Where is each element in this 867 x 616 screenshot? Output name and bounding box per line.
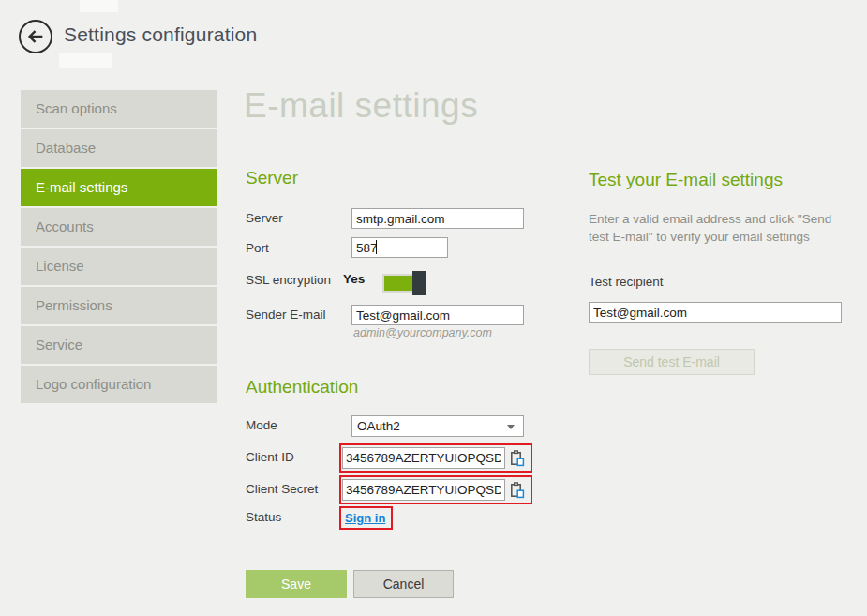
- server-section-heading: Server: [246, 168, 298, 188]
- mode-selected-value: OAuth2: [357, 419, 400, 433]
- sign-in-link[interactable]: Sign in: [345, 511, 385, 525]
- sign-in-highlight-box: Sign in: [339, 506, 393, 530]
- mode-label: Mode: [246, 418, 277, 432]
- client-id-label: Client ID: [246, 450, 294, 464]
- text-cursor: [376, 240, 377, 254]
- settings-configuration-window: Settings configuration Scan options Data…: [0, 0, 867, 616]
- sender-email-input[interactable]: [351, 305, 524, 325]
- sender-email-hint: admin@yourcompany.com: [353, 326, 492, 339]
- test-section-description: Enter a valid email address and click "S…: [589, 210, 845, 246]
- client-secret-input[interactable]: [342, 479, 505, 501]
- port-label: Port: [246, 241, 269, 255]
- clipboard-copy-icon: [510, 482, 525, 499]
- send-test-email-button[interactable]: Send test E-mail: [589, 349, 755, 375]
- chevron-down-icon: [507, 425, 515, 429]
- cancel-button[interactable]: Cancel: [353, 570, 454, 598]
- sidebar-item-email-settings[interactable]: E-mail settings: [21, 169, 217, 206]
- sidebar-item-scan-options[interactable]: Scan options: [21, 90, 217, 128]
- clipboard-copy-icon: [510, 450, 525, 467]
- save-button[interactable]: Save: [246, 570, 347, 598]
- client-secret-copy-button[interactable]: [505, 479, 530, 501]
- sidebar-item-accounts[interactable]: Accounts: [21, 208, 217, 246]
- test-recipient-label: Test recipient: [589, 275, 664, 289]
- sender-email-label: Sender E-mail: [246, 308, 326, 322]
- sidebar-item-database[interactable]: Database: [21, 129, 217, 167]
- ssl-toggle-switch[interactable]: [382, 274, 426, 293]
- client-secret-highlight-box: [339, 475, 532, 504]
- sidebar-item-permissions[interactable]: Permissions: [21, 287, 217, 324]
- sidebar-item-logo-configuration[interactable]: Logo configuration: [21, 366, 217, 403]
- screen-highlight-artifact: [80, 0, 118, 12]
- sidebar: Scan options Database E-mail settings Ac…: [21, 90, 217, 405]
- arrow-left-icon: [25, 26, 46, 47]
- status-label: Status: [246, 510, 281, 524]
- client-id-input[interactable]: [342, 447, 505, 469]
- toggle-knob: [412, 271, 426, 295]
- ssl-toggle-state-label: Yes: [343, 272, 365, 286]
- client-id-copy-button[interactable]: [505, 447, 530, 469]
- section-title: E-mail settings: [244, 86, 478, 126]
- ssl-encryption-label: SSL encryption: [246, 273, 331, 287]
- authentication-section-heading: Authentication: [246, 377, 358, 398]
- mode-dropdown[interactable]: OAuth2: [351, 415, 524, 437]
- client-id-highlight-box: [339, 443, 532, 473]
- server-input[interactable]: [351, 208, 524, 229]
- test-recipient-input[interactable]: [589, 302, 842, 323]
- back-button[interactable]: [19, 20, 52, 53]
- page-title: Settings configuration: [64, 23, 257, 46]
- screen-highlight-artifact: [59, 53, 112, 68]
- test-section-heading: Test your E-mail settings: [589, 170, 783, 190]
- port-input[interactable]: [351, 237, 448, 258]
- sidebar-item-license[interactable]: License: [21, 248, 217, 285]
- client-secret-label: Client Secret: [246, 482, 318, 496]
- server-label: Server: [246, 211, 283, 225]
- sidebar-item-service[interactable]: Service: [21, 326, 217, 364]
